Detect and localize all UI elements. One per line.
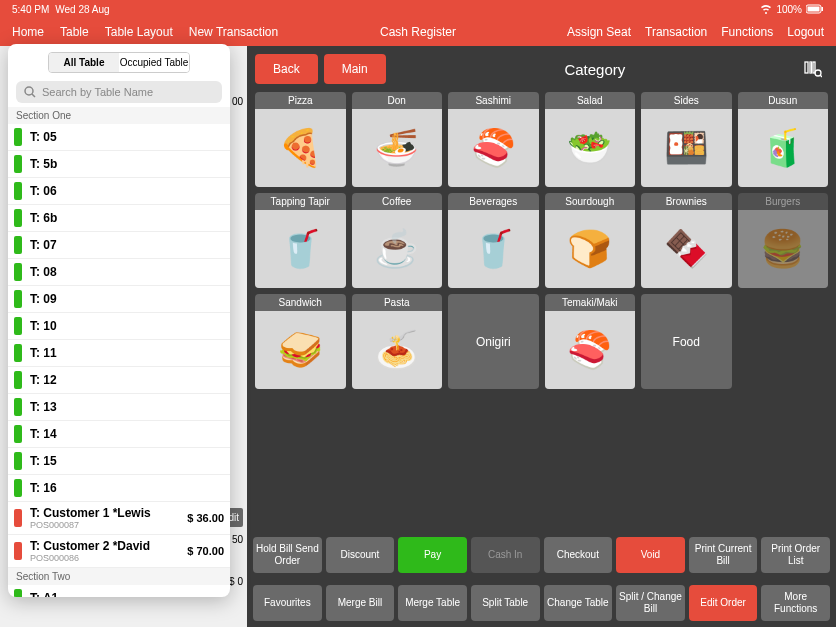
func-merge-table[interactable]: Merge Table	[398, 585, 467, 621]
category-image: ☕	[352, 210, 443, 288]
func-change-table[interactable]: Change Table	[544, 585, 613, 621]
category-tapping-tapir[interactable]: Tapping Tapir🥤	[255, 193, 346, 288]
func-favourites[interactable]: Favourites	[253, 585, 322, 621]
right-panel: Back Main Category Pizza🍕Don🍜Sashimi🍣Sal…	[247, 46, 836, 627]
category-sandwich[interactable]: Sandwich🥪	[255, 294, 346, 389]
table-row[interactable]: T: 12	[8, 367, 230, 394]
table-row[interactable]: T: 14	[8, 421, 230, 448]
status-indicator	[14, 317, 22, 335]
func-more-functions[interactable]: More Functions	[761, 585, 830, 621]
table-price: $ 70.00	[187, 545, 224, 557]
nav-table-layout[interactable]: Table Layout	[105, 25, 173, 39]
table-row[interactable]: T: A1	[8, 585, 230, 597]
table-name: T: 5b	[30, 157, 224, 171]
category-temaki-maki[interactable]: Temaki/Maki🍣	[545, 294, 636, 389]
func-cash-in[interactable]: Cash In	[471, 537, 540, 573]
category-label: Pasta	[352, 294, 443, 311]
back-button[interactable]: Back	[255, 54, 318, 84]
status-indicator	[14, 542, 22, 560]
func-void[interactable]: Void	[616, 537, 685, 573]
table-row[interactable]: T: Customer 1 *LewisPOS000087$ 36.00	[8, 502, 230, 535]
table-name: T: A1	[30, 591, 224, 597]
func-print-order-list[interactable]: Print Order List	[761, 537, 830, 573]
func-hold-bill-send-order[interactable]: Hold Bill Send Order	[253, 537, 322, 573]
nav-logout[interactable]: Logout	[787, 25, 824, 39]
category-image: 🍣	[448, 109, 539, 187]
category-onigiri[interactable]: Onigiri	[448, 294, 539, 389]
nav-table[interactable]: Table	[60, 25, 89, 39]
table-name: T: 10	[30, 319, 224, 333]
category-sourdough[interactable]: Sourdough🍞	[545, 193, 636, 288]
category-dusun[interactable]: Dusun🧃	[738, 92, 829, 187]
table-row[interactable]: T: 6b	[8, 205, 230, 232]
func-split-change-bill[interactable]: Split / Change Bill	[616, 585, 685, 621]
search-input[interactable]: Search by Table Name	[16, 81, 222, 103]
func-checkout[interactable]: Checkout	[544, 537, 613, 573]
category-pasta[interactable]: Pasta🍝	[352, 294, 443, 389]
func-discount[interactable]: Discount	[326, 537, 395, 573]
top-nav: HomeTableTable LayoutNew Transaction Cas…	[0, 18, 836, 46]
table-sub: POS000087	[30, 520, 187, 530]
table-row[interactable]: T: 15	[8, 448, 230, 475]
table-row[interactable]: T: 13	[8, 394, 230, 421]
category-pizza[interactable]: Pizza🍕	[255, 92, 346, 187]
status-indicator	[14, 236, 22, 254]
category-brownies[interactable]: Brownies🍫	[641, 193, 732, 288]
nav-transaction[interactable]: Transaction	[645, 25, 707, 39]
nav-new-transaction[interactable]: New Transaction	[189, 25, 278, 39]
func-merge-bill[interactable]: Merge Bill	[326, 585, 395, 621]
category-salad[interactable]: Salad🥗	[545, 92, 636, 187]
nav-assign-seat[interactable]: Assign Seat	[567, 25, 631, 39]
category-image: 🥗	[545, 109, 636, 187]
tab-occupied-table[interactable]: Occupied Table	[119, 53, 189, 72]
bg-amount3: $ 0	[229, 576, 243, 587]
svg-rect-1	[808, 7, 820, 12]
svg-rect-5	[805, 62, 808, 73]
category-sides[interactable]: Sides🍱	[641, 92, 732, 187]
category-label: Beverages	[448, 193, 539, 210]
category-food[interactable]: Food	[641, 294, 732, 389]
main-button[interactable]: Main	[324, 54, 386, 84]
func-edit-order[interactable]: Edit Order	[689, 585, 758, 621]
bg-amount2: 50	[232, 534, 243, 545]
bg-amount: 00	[232, 96, 243, 107]
status-indicator	[14, 155, 22, 173]
category-label: Tapping Tapir	[255, 193, 346, 210]
tab-all-table[interactable]: All Table	[49, 53, 119, 72]
category-beverages[interactable]: Beverages🥤	[448, 193, 539, 288]
table-row[interactable]: T: 07	[8, 232, 230, 259]
func-split-table[interactable]: Split Table	[471, 585, 540, 621]
nav-functions[interactable]: Functions	[721, 25, 773, 39]
table-row[interactable]: T: 05	[8, 124, 230, 151]
table-row[interactable]: T: 06	[8, 178, 230, 205]
table-row[interactable]: T: 08	[8, 259, 230, 286]
category-burgers[interactable]: Burgers🍔	[738, 193, 829, 288]
table-row[interactable]: T: 11	[8, 340, 230, 367]
category-label: Don	[352, 92, 443, 109]
status-indicator	[14, 263, 22, 281]
status-indicator	[14, 452, 22, 470]
category-sashimi[interactable]: Sashimi🍣	[448, 92, 539, 187]
category-image: 🥤	[255, 210, 346, 288]
status-indicator	[14, 509, 22, 527]
func-print-current-bill[interactable]: Print Current Bill	[689, 537, 758, 573]
barcode-search-icon[interactable]	[804, 60, 822, 78]
status-indicator	[14, 182, 22, 200]
category-coffee[interactable]: Coffee☕	[352, 193, 443, 288]
table-name: T: 08	[30, 265, 224, 279]
category-don[interactable]: Don🍜	[352, 92, 443, 187]
nav-home[interactable]: Home	[12, 25, 44, 39]
table-row[interactable]: T: 5b	[8, 151, 230, 178]
category-label: Sashimi	[448, 92, 539, 109]
category-header: Back Main Category	[247, 46, 836, 92]
table-row[interactable]: T: 10	[8, 313, 230, 340]
status-indicator	[14, 128, 22, 146]
svg-rect-2	[822, 7, 824, 11]
section-header: Section Two	[8, 568, 230, 585]
table-name: T: 15	[30, 454, 224, 468]
table-row[interactable]: T: 09	[8, 286, 230, 313]
func-pay[interactable]: Pay	[398, 537, 467, 573]
table-row[interactable]: T: Customer 2 *DavidPOS000086$ 70.00	[8, 535, 230, 568]
category-label: Pizza	[255, 92, 346, 109]
table-row[interactable]: T: 16	[8, 475, 230, 502]
